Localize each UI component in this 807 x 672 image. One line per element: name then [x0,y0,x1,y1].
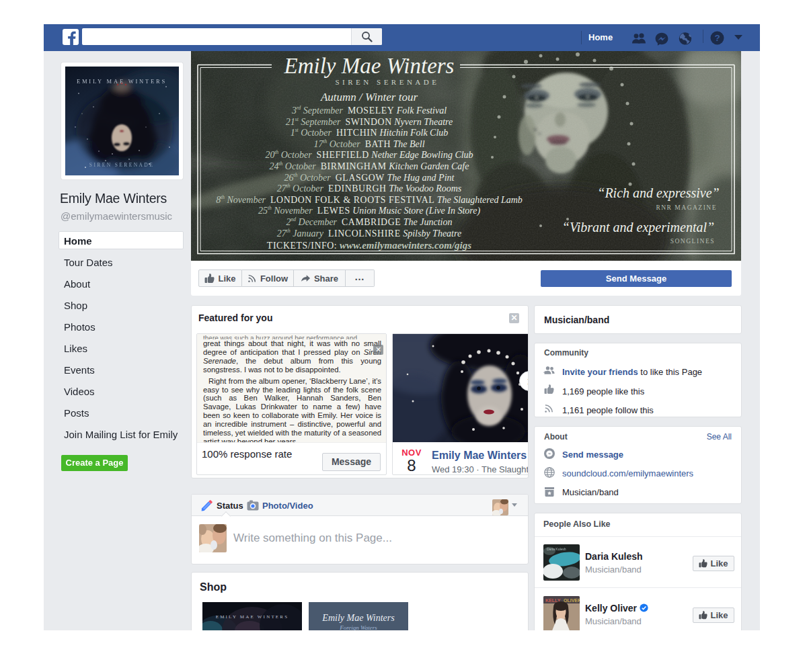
svg-text:?: ? [714,33,720,43]
svg-text:EMILY MAE WINTERS: EMILY MAE WINTERS [77,78,167,85]
svg-text:Daria Kulesh: Daria Kulesh [547,547,566,551]
svg-text:SIREN SERENADE: SIREN SERENADE [89,162,154,168]
svg-text:Emily Mae Winters: Emily Mae Winters [321,613,395,623]
svg-text:EMILY MAE WINTERS: EMILY MAE WINTERS [216,614,289,620]
svg-text:OLIVER: OLIVER [564,598,580,603]
